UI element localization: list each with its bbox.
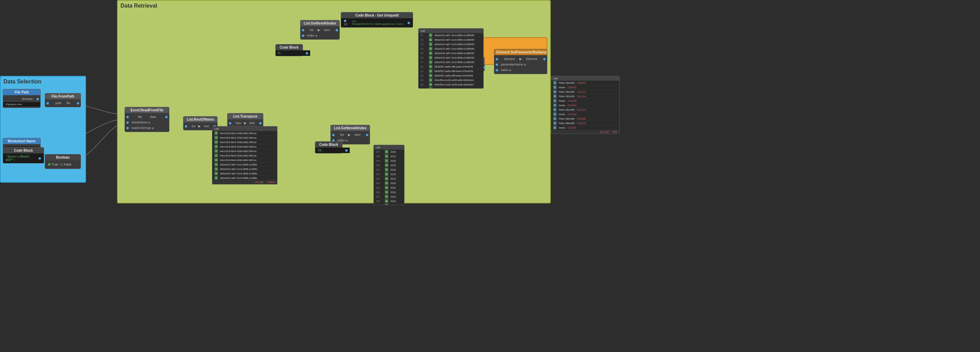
- excel-read-node[interactable]: Excel.ReadFromFile file data sheetName ▶…: [125, 107, 169, 132]
- browse-port: [37, 98, 39, 100]
- uuid-list-row: Ab4ccc5c6-8dc4-42a9-a0b2-bf0cca: [212, 149, 277, 154]
- uuid-list-row: Ab4ccc5c6-8dc4-42a9-a0b2-bf0cca: [212, 158, 277, 162]
- uuid-list-row: Ab4ccc5c6-8dc4-42a9-a0b2-bf0cca: [212, 140, 277, 144]
- list-transpose-node[interactable]: List.Transpose lists ▶ lists: [227, 113, 263, 127]
- code-block-generic-header: Code Block: [3, 147, 44, 154]
- list-get-item-2-header: List.GetItemAtIndex: [331, 125, 370, 131]
- revit-list-row: EInesto130010: [551, 85, 619, 90]
- guid-output-list: List 21Ad92a4191-fa67-41c0-885b-e1386090…: [418, 28, 484, 89]
- guid-list-row: 34A404c55c4-2c62-4e95-a5bf-46c5e0c4: [418, 82, 483, 87]
- year-list-row: 200N2018: [374, 163, 404, 168]
- boolean-node[interactable]: Boolean True False: [45, 154, 81, 169]
- guid-list-header: List: [418, 29, 483, 33]
- code-block-0-node[interactable]: Code Block 0;: [275, 44, 303, 56]
- set-element-out: [543, 58, 546, 60]
- bool-true-label: True: [52, 163, 58, 166]
- uuid-list-row: Ab4ccc5c6-8dc4-42a9-a0b2-bf0cca: [212, 131, 277, 136]
- radio-true: [48, 163, 51, 166]
- bool-false-label: False: [64, 163, 71, 166]
- uuid-list-row: Ad92a4191-fa67-41c0-885b-e1386e: [212, 171, 277, 176]
- excel-sheetname-in: [126, 122, 129, 124]
- set-paramname-in: [496, 64, 498, 66]
- year-output-list: List 197N2018198N2018199N2018200N2018201…: [374, 145, 404, 205]
- uuid-list-row: Ad92a4191-fa67-41c0-885b-e1386e: [212, 162, 277, 167]
- file-path-node[interactable]: File Path Browse... \.Dynamo.xlsx: [3, 89, 41, 108]
- year-list-row: 207N2018: [374, 194, 404, 199]
- file-path-header: File Path: [3, 89, 40, 95]
- list-transpose-header: List.Transpose: [228, 114, 263, 119]
- code-unique-in-port: id: [344, 20, 352, 26]
- revit-list-row: EInesto131331: [551, 125, 619, 130]
- excel-file-in: [126, 116, 129, 118]
- element-set-param-header: Element.SetParameterByName: [494, 49, 547, 55]
- guid-list-row: 35A404c55c4-2c62-4e95-a5bf-46c5e0c4: [418, 87, 483, 89]
- code-block-get-unique-header: Code Block - Get UniqueId: [341, 13, 413, 18]
- element-set-param-node[interactable]: Element.SetParameterByName element ▶ Ele…: [494, 49, 547, 74]
- year-list-row: 204N2018: [374, 181, 404, 186]
- get1-index-in: [302, 34, 304, 37]
- uuid-list-header: List: [212, 126, 277, 131]
- guid-list-items: 21Ad92a4191-fa67-41c0-885b-e138609022Ad9…: [418, 33, 483, 89]
- year-list-row: 202N2018: [374, 172, 404, 176]
- set-element-in: [496, 58, 498, 60]
- code-unique-code: id: ElementSelector.ByUniqueId(id,true);: [352, 20, 406, 26]
- revit-list-row: EPilnto 360x360131315: [551, 121, 619, 125]
- guid-list-row: 31Abf630557-ae6b-4ff6-bba4-676e4539: [418, 69, 483, 74]
- year-list-row: 201N2018: [374, 168, 404, 172]
- file-from-path-port-row: path file: [45, 100, 81, 106]
- code-generic-out: [38, 157, 41, 160]
- code-block-generic-code: "GenericModel WIP";: [6, 155, 37, 162]
- excel-data-out: [165, 116, 168, 118]
- list-get-item-1-header: List.GetItemAtIndex: [301, 20, 339, 26]
- revit-list-row: EInesto131244: [551, 103, 619, 107]
- guid-list-row: 32Abf630557-ae6b-4ff6-bba4-676e4539: [418, 74, 483, 78]
- code-unique-out: [407, 22, 410, 24]
- guid-list-row: 26Ad92a4191-fa67-41c0-885b-e1386090: [418, 56, 483, 60]
- revit-list-row: EPilnto 330x330131134: [551, 94, 619, 99]
- revit-output-list: List EPilnto 330x330130204EInesto130010E…: [551, 76, 620, 134]
- get2-item-out: [366, 134, 368, 136]
- bool-false[interactable]: False: [60, 163, 71, 166]
- revit-list-row: EInesto131209: [551, 112, 619, 117]
- worksheet-name-header: Worksheet Name: [3, 138, 40, 144]
- uuid-output-list: List Ab4ccc5c6-8dc4-42a9-a0b2-bf0ccaAb4c…: [212, 126, 277, 184]
- uuid-list-row: Ab4ccc5c6-8dc4-42a9-a0b2-bf0cca: [212, 144, 277, 149]
- list-rest-header: List.RestOfItems: [183, 117, 217, 122]
- get2-list-in: [332, 134, 334, 136]
- boolean-header: Boolean: [45, 154, 81, 160]
- year-list-row: 203N2018: [374, 176, 404, 181]
- guid-list-row: 21Ad92a4191-fa67-41c0-885b-e1386090: [418, 33, 483, 38]
- list-get-item-1-node[interactable]: List.GetItemAtIndex list ▶ item index ▶: [300, 20, 340, 40]
- data-retrieval-label: Data Retrieval: [121, 3, 157, 9]
- guid-list-row: 25Ad92a4191-fa67-41c0-885b-e1386090: [418, 51, 483, 56]
- code0-out: [305, 52, 308, 54]
- guid-list-row: 22Ad92a4191-fa67-41c0-885b-e1386090: [418, 38, 483, 42]
- uuid-list-row: Ab4ccc5c6-8dc4-42a9-a0b2-bf0cca: [212, 136, 277, 140]
- revit-list-row: EPilnto 330x330130204: [551, 81, 619, 85]
- get1-item-out: [336, 29, 338, 31]
- uuid-list-row: Ab4ccc5c6-8dc4-42a9-a0b2-bf0cca: [212, 154, 277, 158]
- guid-list-row: 24Ad92a4191-fa67-41c0-885b-e1386090: [418, 46, 483, 51]
- year-list-header: List: [374, 145, 404, 150]
- data-selection-label: Data Selection: [3, 78, 41, 85]
- revit-list-row: EPilnto 330x330131111: [551, 90, 619, 94]
- revit-list-footer: sl:2 @1 509: [551, 130, 619, 134]
- revit-list-items: EPilnto 330x330130204EInesto130010EPilnt…: [551, 81, 619, 130]
- code-block-generic-node[interactable]: Code Block "GenericModel WIP";: [3, 147, 44, 163]
- year-list-row: 205N2018: [374, 186, 404, 190]
- file-from-path-header: File.FromPath: [45, 93, 81, 99]
- transpose-lists-in: [229, 122, 231, 125]
- revit-list-row: EPilnto 360x360131299: [551, 117, 619, 121]
- bool-true[interactable]: True: [48, 163, 58, 166]
- excel-readasstrings-in: [126, 127, 129, 129]
- path-in-port: [46, 102, 49, 104]
- file-from-path-node[interactable]: File.FromPath path file: [45, 93, 81, 107]
- set-value-in: [496, 69, 498, 71]
- code-block-get-unique-node[interactable]: Code Block - Get UniqueId id id: Element…: [341, 12, 413, 27]
- uuid-list-row: Ad92a4191-fa67-41c0-885b-e1386e: [212, 176, 277, 180]
- code-block-19-node[interactable]: Code Block 19;: [315, 141, 342, 154]
- uuid-list-row: Ad92a4191-fa67-41c0-885b-e1386e: [212, 167, 277, 171]
- guid-list-row: 33A404c55c4-2c62-4e95-a5bf-46c5e0c4: [418, 78, 483, 82]
- code-block-19-header: Code Block: [315, 142, 342, 147]
- bool-options: True False: [45, 162, 81, 168]
